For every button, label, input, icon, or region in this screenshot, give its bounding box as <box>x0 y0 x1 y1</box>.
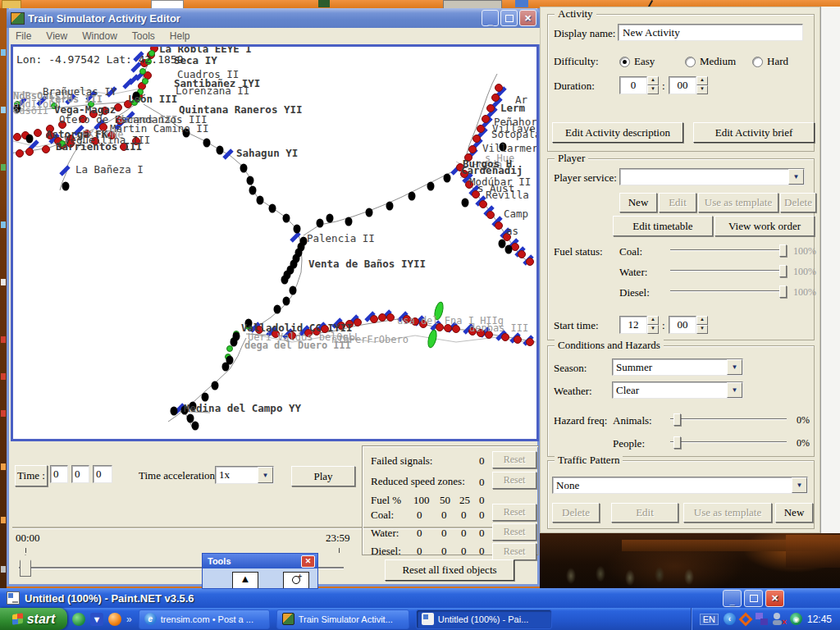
player-service-select[interactable]: ▼ <box>619 168 805 185</box>
time-minutes-field[interactable]: 0 <box>71 465 89 483</box>
place-marker-tool-button[interactable]: ▲ <box>232 572 258 589</box>
time-seconds-field[interactable]: 0 <box>93 465 112 483</box>
display-name-field[interactable]: New Activity <box>618 24 803 41</box>
difficulty-hard-radio[interactable]: Hard <box>752 55 788 68</box>
task-trensim-button[interactable]: e trensim.com • Post a ... <box>139 609 270 629</box>
animals-slider[interactable] <box>670 413 787 425</box>
difficulty-easy-radio[interactable]: Easy <box>619 55 655 68</box>
season-select[interactable]: Summer▼ <box>612 358 743 376</box>
menu-tools[interactable]: Tools <box>132 30 155 42</box>
edit-activity-description-button[interactable]: Edit Activity description <box>552 122 683 143</box>
menu-help[interactable]: Help <box>170 30 190 42</box>
reset-all-fixed-objects-button[interactable]: Reset all fixed objects <box>385 559 514 581</box>
tray-clock[interactable]: 12:45 <box>807 614 832 625</box>
signal-marker <box>34 130 42 137</box>
chevron-down-icon[interactable]: ▼ <box>727 382 742 398</box>
station-label: León III <box>128 93 177 105</box>
reset-coal-button[interactable]: Reset <box>492 504 536 521</box>
quicklaunch-bitcomet-icon[interactable] <box>72 613 85 626</box>
edit-timetable-button[interactable]: Edit timetable <box>613 216 713 236</box>
difficulty-medium-radio[interactable]: Medium <box>685 55 736 68</box>
spinner-arrows-icon[interactable]: ▲▼ <box>696 76 708 94</box>
reset-diesel-button[interactable]: Reset <box>492 543 536 560</box>
station-label: La Bañeza I <box>75 163 144 176</box>
chevron-down-icon[interactable]: ▼ <box>258 467 273 483</box>
paintnet-maximize-button[interactable] <box>744 590 763 607</box>
route-node-dot <box>427 182 435 191</box>
water-slider[interactable] <box>670 265 787 276</box>
service-delete-button[interactable]: Delete <box>780 193 816 212</box>
up-arrow-icon: ▲ <box>240 573 251 586</box>
fuel-header-50: 50 <box>440 494 450 507</box>
service-edit-button[interactable]: Edit <box>659 193 696 212</box>
signal-marker <box>514 336 522 344</box>
route-map[interactable]: NdBsOaLsIbaNdIIoLdedsoIIteros IIIdanzos … <box>11 44 539 441</box>
tray-chevron-icon[interactable]: ‹ <box>724 613 736 625</box>
menu-file[interactable]: File <box>16 30 31 42</box>
photo-canvas <box>540 533 840 588</box>
failed-signals-value: 0 <box>479 454 485 468</box>
title-bar[interactable]: Train Simulator Activity Editor _ ✕ <box>7 8 540 28</box>
start-time-colon: : <box>662 319 665 332</box>
task-train-simulator-button[interactable]: Train Simulator Activit... <box>276 609 409 629</box>
spinner-arrows-icon[interactable]: ▲▼ <box>696 316 708 334</box>
coal-slider[interactable] <box>670 244 787 256</box>
reset-reduced-speed-button[interactable]: Reset <box>492 472 536 489</box>
radio-selected-icon <box>619 57 630 67</box>
play-button[interactable]: Play <box>291 466 355 486</box>
zoom-in-tool-button[interactable]: + <box>283 572 309 589</box>
maximize-button[interactable] <box>500 10 518 26</box>
menu-window[interactable]: Window <box>82 30 117 42</box>
task-paintnet-button[interactable]: Untitled (100%) - Pai... <box>416 609 552 629</box>
weather-select[interactable]: Clear▼ <box>612 381 743 399</box>
traffic-use-as-template-button[interactable]: Use as template <box>683 503 772 523</box>
reset-water-button[interactable]: Reset <box>492 523 536 541</box>
start-button[interactable]: start <box>0 608 67 630</box>
start-minutes-spinner[interactable]: 00 ▲▼ <box>669 316 708 334</box>
tray-green-swirl-icon[interactable]: ◉ <box>790 613 802 625</box>
quicklaunch-overflow-chevron[interactable]: » <box>126 614 132 625</box>
duration-hours-spinner[interactable]: 0 ▲▼ <box>619 76 659 94</box>
timeline-thumb[interactable] <box>20 555 31 577</box>
paintnet-minimize-button[interactable]: _ <box>723 590 742 607</box>
service-use-as-template-button[interactable]: Use as template <box>698 193 778 212</box>
minimize-button[interactable]: _ <box>482 10 499 26</box>
time-hours-field[interactable]: 0 <box>50 465 68 483</box>
time-acceleration-select[interactable]: 1x▼ <box>215 466 274 484</box>
traffic-delete-button[interactable]: Delete <box>552 503 600 523</box>
start-hours-spinner[interactable]: 12 ▲▼ <box>619 316 659 334</box>
chevron-down-icon[interactable]: ▼ <box>727 359 742 375</box>
view-work-order-button[interactable]: View work order <box>714 216 815 236</box>
paintnet-title-bar[interactable]: Untitled (100%) - Paint.NET v3.5.6 _ ✕ <box>0 588 840 608</box>
tray-messenger-offline-icon[interactable]: × <box>773 613 785 625</box>
chevron-down-icon[interactable]: ▼ <box>788 169 804 185</box>
edit-activity-brief-button[interactable]: Edit Activity brief <box>693 122 815 143</box>
tools-title-bar[interactable]: Tools ✕ <box>203 554 317 568</box>
paintnet-title: Untitled (100%) - Paint.NET v3.5.6 <box>25 592 194 605</box>
traffic-edit-button[interactable]: Edit <box>611 503 678 523</box>
quicklaunch-orange-ball-icon[interactable] <box>108 613 121 626</box>
route-node-dot <box>462 199 469 208</box>
people-slider[interactable] <box>670 436 787 448</box>
paintnet-close-button[interactable]: ✕ <box>765 590 784 607</box>
language-indicator[interactable]: EN <box>700 614 719 625</box>
diesel-slider[interactable] <box>670 285 787 297</box>
traffic-pattern-select[interactable]: None▼ <box>552 477 808 494</box>
signal-marker <box>518 251 526 258</box>
menu-view[interactable]: View <box>46 30 67 42</box>
route-node-dot <box>499 240 506 249</box>
tray-network-icon[interactable] <box>756 613 768 625</box>
reset-failed-signals-button[interactable]: Reset <box>492 451 536 468</box>
close-button[interactable]: ✕ <box>519 10 536 26</box>
traffic-new-button[interactable]: New <box>775 503 813 523</box>
menu-bar: File View Window Tools Help <box>9 28 544 44</box>
service-new-button[interactable]: New <box>619 193 657 212</box>
duration-minutes-spinner[interactable]: 00 ▲▼ <box>669 76 708 94</box>
chevron-down-icon[interactable]: ▼ <box>792 477 807 493</box>
tools-close-button[interactable]: ✕ <box>301 555 315 568</box>
diesel-label: Diesel: <box>619 286 650 299</box>
spinner-arrows-icon[interactable]: ▲▼ <box>647 76 659 94</box>
tray-app-icon-orange[interactable] <box>738 612 752 626</box>
spinner-arrows-icon[interactable]: ▲▼ <box>647 316 659 334</box>
quicklaunch-download-icon[interactable]: ▼ <box>90 613 103 626</box>
